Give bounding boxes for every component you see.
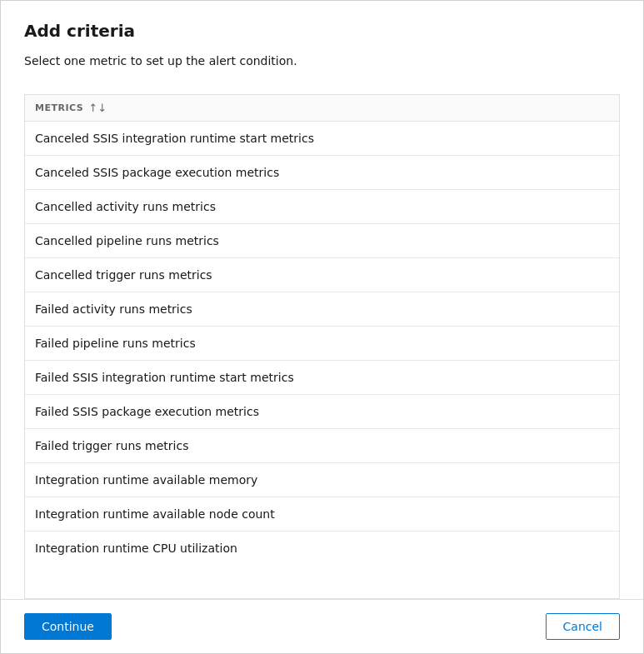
metrics-list: Canceled SSIS integration runtime start … <box>24 122 620 599</box>
dialog-subtitle: Select one metric to set up the alert co… <box>24 54 620 67</box>
list-item[interactable]: Canceled SSIS integration runtime start … <box>25 122 619 156</box>
cancel-button[interactable]: Cancel <box>546 613 620 640</box>
list-item[interactable]: Cancelled activity runs metrics <box>25 190 619 224</box>
list-item[interactable]: Failed activity runs metrics <box>25 292 619 327</box>
sort-icon[interactable]: ↑↓ <box>88 102 107 114</box>
list-item[interactable]: Integration runtime available memory <box>25 463 619 497</box>
dialog-title: Add criteria <box>24 21 620 41</box>
add-criteria-dialog: Add criteria Select one metric to set up… <box>0 0 644 654</box>
list-item[interactable]: Integration runtime CPU utilization <box>25 532 619 565</box>
list-item[interactable]: Integration runtime available node count <box>25 497 619 532</box>
dialog-header: Add criteria Select one metric to set up… <box>1 1 643 94</box>
list-item[interactable]: Failed SSIS integration runtime start me… <box>25 361 619 395</box>
metrics-table-header: METRICS ↑↓ <box>24 94 620 122</box>
list-item[interactable]: Failed SSIS package execution metrics <box>25 395 619 429</box>
list-item[interactable]: Cancelled trigger runs metrics <box>25 258 619 292</box>
list-item[interactable]: Failed pipeline runs metrics <box>25 327 619 361</box>
list-item[interactable]: Failed trigger runs metrics <box>25 429 619 463</box>
continue-button[interactable]: Continue <box>24 613 112 640</box>
dialog-content: METRICS ↑↓ Canceled SSIS integration run… <box>1 94 643 599</box>
list-item[interactable]: Cancelled pipeline runs metrics <box>25 224 619 258</box>
metrics-column-label: METRICS <box>35 102 83 113</box>
dialog-footer: Continue Cancel <box>1 599 643 653</box>
list-item[interactable]: Canceled SSIS package execution metrics <box>25 156 619 190</box>
